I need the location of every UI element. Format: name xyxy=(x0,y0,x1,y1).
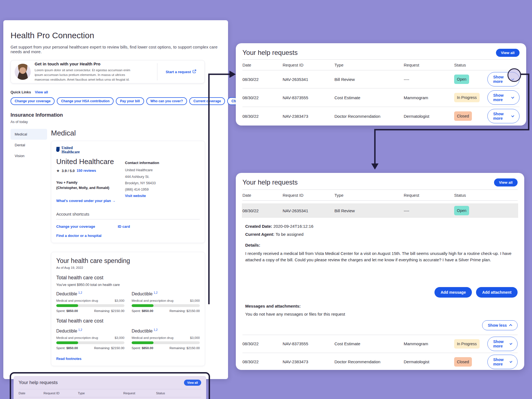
status-badge: Open xyxy=(454,206,469,215)
total-cost-title-2: Total health care cost xyxy=(56,318,200,324)
status-badge: Open xyxy=(454,75,469,84)
total-cost-subtitle: You've spent $950.00 total on health car… xyxy=(56,283,200,287)
chevron-up-icon xyxy=(509,324,512,327)
table-row: 08/30/22NAV-8373555Cost EstimateMammogra… xyxy=(242,88,520,107)
created-date-label: Created Date: xyxy=(245,224,272,229)
help-requests-expanded-panel: Your help requests View all DateRequest … xyxy=(236,173,524,370)
table-row: 08/30/22NAV-2383473Doctor Recommendation… xyxy=(242,353,518,371)
tab-vision[interactable]: Vision xyxy=(11,150,47,161)
quick-links-view-all[interactable]: View all xyxy=(35,90,48,94)
divider xyxy=(56,219,200,219)
footnote-marker: 1,2 xyxy=(154,291,158,294)
add-message-button[interactable]: Add message xyxy=(434,287,472,298)
deductible-progress-bar xyxy=(132,304,200,307)
status-badge: In Progress xyxy=(454,339,480,349)
plan-members: You + Family xyxy=(56,180,125,185)
insurance-heading: Insurance Information xyxy=(11,112,221,118)
messages-attachments-label: Messages and attachments: xyxy=(242,304,518,308)
view-all-button[interactable]: View all xyxy=(496,49,520,57)
table-row: 08/30/22NAV-2383473Doctor Recommendation… xyxy=(242,107,520,125)
tab-medical[interactable]: Medical xyxy=(11,129,47,140)
deductible-block: Deductible1,2 Medical and prescription d… xyxy=(56,291,124,313)
quick-links-row: Change your coverage Change your HSA con… xyxy=(11,97,221,105)
arrow-down-head xyxy=(371,163,378,170)
mini-view-all-button[interactable]: View all xyxy=(184,380,201,386)
quick-link-pay-bill[interactable]: Pay your bill xyxy=(116,97,144,105)
shortcut-find-doctor[interactable]: Find a doctor or a hospital xyxy=(56,234,118,238)
mini-help-requests-panel: Your help requests View all DateRequest … xyxy=(14,376,206,399)
uhc-shield-icon xyxy=(56,147,60,152)
details-text: I recently received a medical bill from … xyxy=(242,250,514,263)
tab-dental[interactable]: Dental xyxy=(11,140,47,150)
chevron-down-icon xyxy=(511,114,514,117)
show-more-button[interactable]: Show more xyxy=(487,337,518,351)
contact-card-body: Lorem ipsum dolor sit amet consectetur. … xyxy=(35,68,139,82)
deductible-progress-bar xyxy=(132,341,200,344)
page-title: Health Pro Connection xyxy=(11,31,221,40)
mini-table-header: DateRequest IDTypeRequestStatus xyxy=(19,389,201,397)
star-icon: ★ xyxy=(56,168,60,173)
visit-website-link[interactable]: Visit website xyxy=(125,193,200,199)
current-agent-label: Current Agent: xyxy=(245,232,274,237)
status-badge: Closed xyxy=(454,111,472,121)
show-less-button[interactable]: Show less xyxy=(482,320,518,330)
footnote-marker: 1,2 xyxy=(78,291,82,294)
deductible-progress-bar xyxy=(56,341,124,344)
deductible-progress-bar xyxy=(56,304,124,307)
details-label: Details: xyxy=(245,243,260,247)
contact-card-title: Get in touch with your Health Pro xyxy=(35,62,153,66)
start-request-button[interactable]: Start a request xyxy=(161,70,201,74)
panel-title: Your help requests xyxy=(242,178,298,186)
page-subtitle: Get support from your personal healthcar… xyxy=(11,45,221,54)
chevron-down-icon xyxy=(510,342,512,345)
shortcut-id-card[interactable]: ID card xyxy=(118,224,200,229)
section-title-medical: Medical xyxy=(51,129,221,137)
chevron-down-icon xyxy=(510,360,512,363)
avatar xyxy=(15,64,31,80)
quick-link-who-cover[interactable]: Who can you cover? xyxy=(146,97,187,105)
health-pro-window: Health Pro Connection Get support from y… xyxy=(3,20,228,379)
external-link-icon xyxy=(193,70,196,74)
quick-link-current-coverage[interactable]: Current coverage xyxy=(189,97,225,105)
plan-rating: 3.9 / 5.0 xyxy=(62,169,75,173)
insurance-tabs: Medical Dental Vision xyxy=(11,129,47,366)
created-date-value: 2020-09-24T16:12:16 xyxy=(273,224,313,229)
show-more-button[interactable]: Show more xyxy=(487,355,518,369)
table-header: DateRequest IDTypeRequestStatus xyxy=(242,190,518,200)
contact-line: Brooklyn, NY 56433 xyxy=(125,180,200,186)
table-row: 08/30/22NAV-2635341Bill Review---- Open … xyxy=(242,70,520,88)
arrow-right-head xyxy=(229,71,236,78)
show-more-button[interactable]: Show more xyxy=(487,109,520,123)
panel-title: Your help requests xyxy=(242,49,298,57)
chevron-down-icon xyxy=(511,96,514,98)
quick-link-change-coverage[interactable]: Change your coverage xyxy=(11,97,55,105)
show-more-button[interactable]: Show more xyxy=(487,72,520,86)
table-row-selected[interactable]: 08/30/22NAV-2635341Bill Review---- Open xyxy=(242,203,518,218)
contact-info-heading: Contact information xyxy=(125,161,200,165)
health-pro-contact-card: Get in touch with your Health Pro Lorem … xyxy=(11,60,205,83)
messages-empty-text: You do not have any messages or files fo… xyxy=(242,312,518,316)
insurance-as-of: As of today xyxy=(11,120,221,124)
divider xyxy=(157,63,157,80)
read-footnotes-link[interactable]: Read footnotes xyxy=(56,357,81,361)
deductible-block: Deductible1,2 Medical and prescription d… xyxy=(56,328,124,350)
table-header: DateRequest IDTypeRequestStatus xyxy=(242,60,520,70)
footnote-marker: 1,2 xyxy=(78,328,82,331)
united-healthcare-logo: United Healthcare xyxy=(56,146,200,154)
deductible-block: Deductible1,2 Medical and prescription d… xyxy=(132,291,200,313)
plan-members-names: (Christopher, Molly, and Ronald) xyxy=(56,185,125,190)
whats-covered-link[interactable]: What's covered under your plan xyxy=(56,199,111,203)
quick-link-hsa[interactable]: Change your HSA contribution xyxy=(57,97,114,105)
add-attachment-button[interactable]: Add attachment xyxy=(476,287,518,298)
footnote-marker: 1,2 xyxy=(154,328,158,331)
spending-title: Your health care spending xyxy=(56,257,200,265)
shortcut-change-coverage[interactable]: Change your coverage xyxy=(56,224,118,229)
annotation-highlight-box: Your help requests View all DateRequest … xyxy=(10,372,210,399)
chevron-down-icon xyxy=(511,77,514,80)
view-all-button[interactable]: View all xyxy=(494,178,518,186)
reviews-link[interactable]: 150 reviews xyxy=(77,169,96,173)
current-agent-value: To be assigned xyxy=(275,232,303,237)
table-row: 08/30/22NAV-2635341Bill Review---- Open … xyxy=(19,397,201,399)
status-badge: In Progress xyxy=(454,93,480,102)
show-more-button[interactable]: Show more xyxy=(487,90,520,105)
